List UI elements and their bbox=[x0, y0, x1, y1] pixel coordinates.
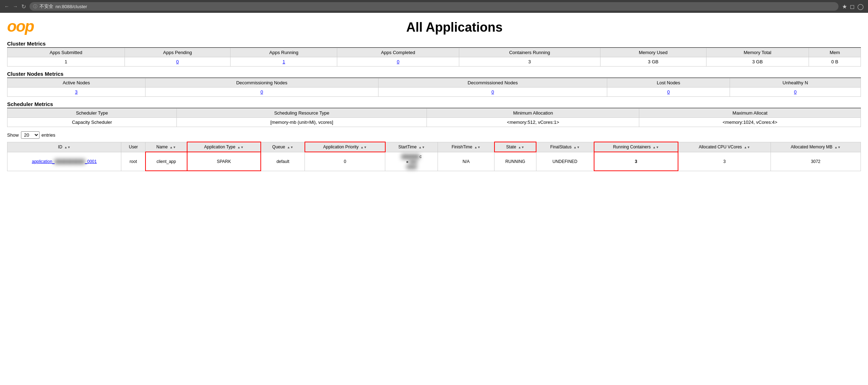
val-decommissioned-nodes: 0 bbox=[378, 88, 607, 97]
sort-priority-icon: ▲▼ bbox=[360, 146, 367, 149]
browser-bar: ← → ↻ ⓘ 不安全 nn:8088/cluster ★ ◻ ◯ bbox=[0, 0, 868, 13]
scheduler-metrics-table: Scheduler Type Scheduling Resource Type … bbox=[7, 108, 861, 127]
cell-final-status: UNDEFINED bbox=[536, 152, 594, 171]
sort-state-icon: ▲▼ bbox=[518, 146, 524, 149]
cell-name: client_app bbox=[145, 152, 187, 171]
applications-table: ID ▲▼ User Name ▲▼ Application Type ▲▼ Q… bbox=[7, 142, 861, 171]
val-apps-pending: 0 bbox=[125, 57, 231, 67]
th-allocated-cpu[interactable]: Allocated CPU VCores ▲▼ bbox=[678, 142, 771, 152]
sort-id-icon: ▲▼ bbox=[64, 146, 70, 149]
val-minimum-allocation: <memory:512, vCores:1> bbox=[427, 118, 639, 127]
cell-priority: 0 bbox=[305, 152, 385, 171]
cell-allocated-memory: 3072 bbox=[771, 152, 861, 171]
sort-cpu-icon: ▲▼ bbox=[744, 146, 750, 149]
cell-running-containers: 3 bbox=[594, 152, 678, 171]
account-icon[interactable]: ◯ bbox=[857, 3, 864, 10]
th-start-time[interactable]: StartTime ▲▼ bbox=[385, 142, 438, 152]
extensions-icon[interactable]: ◻ bbox=[850, 3, 854, 10]
col-decommissioned-nodes: Decommissioned Nodes bbox=[378, 78, 607, 88]
page-header: oop All Applications bbox=[7, 19, 861, 35]
page-content: oop All Applications Cluster Metrics App… bbox=[0, 13, 868, 177]
entries-label: entries bbox=[42, 132, 55, 138]
th-running-containers[interactable]: Running Containers ▲▼ bbox=[594, 142, 678, 152]
th-name[interactable]: Name ▲▼ bbox=[145, 142, 187, 152]
val-memory-total: 3 GB bbox=[706, 57, 809, 67]
back-button[interactable]: ← bbox=[4, 4, 9, 9]
th-application-type[interactable]: Application Type ▲▼ bbox=[187, 142, 261, 152]
val-active-nodes: 3 bbox=[7, 88, 145, 97]
security-icon: ⓘ bbox=[33, 4, 37, 10]
col-apps-running: Apps Running bbox=[231, 48, 337, 57]
th-user[interactable]: User bbox=[121, 142, 145, 152]
th-queue[interactable]: Queue ▲▼ bbox=[261, 142, 305, 152]
col-apps-completed: Apps Completed bbox=[337, 48, 459, 57]
val-mem: 0 B bbox=[809, 57, 861, 67]
th-id[interactable]: ID ▲▼ bbox=[7, 142, 121, 152]
scheduler-metrics-title: Scheduler Metrics bbox=[7, 101, 861, 108]
col-apps-submitted: Apps Submitted bbox=[7, 48, 125, 57]
val-containers-running: 3 bbox=[459, 57, 600, 67]
cluster-nodes-table: Active Nodes Decommissioning Nodes Decom… bbox=[7, 78, 861, 97]
hadoop-logo: oop bbox=[7, 19, 34, 34]
sort-queue-icon: ▲▼ bbox=[287, 146, 293, 149]
cell-allocated-cpu: 3 bbox=[678, 152, 771, 171]
cell-finish-time: N/A bbox=[438, 152, 494, 171]
val-memory-used: 3 GB bbox=[600, 57, 706, 67]
cluster-metrics-table: Apps Submitted Apps Pending Apps Running… bbox=[7, 48, 861, 67]
sort-starttime-icon: ▲▼ bbox=[419, 146, 425, 149]
url-text: nn:8088/cluster bbox=[55, 4, 87, 9]
col-mem: Mem bbox=[809, 48, 861, 57]
val-scheduler-type: Capacity Scheduler bbox=[7, 118, 177, 127]
cell-app-type: SPARK bbox=[187, 152, 261, 171]
cell-start-time: ██████c ■ ███ ████ bbox=[385, 152, 438, 171]
col-containers-running: Containers Running bbox=[459, 48, 600, 57]
sort-name-icon: ▲▼ bbox=[170, 146, 176, 149]
entries-select[interactable]: 10 20 25 50 100 bbox=[21, 131, 39, 139]
security-label: 不安全 bbox=[39, 3, 53, 10]
col-memory-total: Memory Total bbox=[706, 48, 809, 57]
col-unhealthy-nodes: Unhealthy N bbox=[730, 78, 861, 88]
col-scheduling-resource-type: Scheduling Resource Type bbox=[177, 109, 427, 118]
show-label: Show bbox=[7, 132, 19, 138]
sort-apptype-icon: ▲▼ bbox=[237, 146, 244, 149]
val-apps-completed: 0 bbox=[337, 57, 459, 67]
address-bar[interactable]: ⓘ 不安全 nn:8088/cluster bbox=[30, 2, 838, 11]
col-minimum-allocation: Minimum Allocation bbox=[427, 109, 639, 118]
sort-memory-icon: ▲▼ bbox=[834, 146, 841, 149]
bookmark-icon[interactable]: ★ bbox=[842, 3, 847, 10]
val-apps-running: 1 bbox=[231, 57, 337, 67]
cluster-nodes-title: Cluster Nodes Metrics bbox=[7, 71, 861, 78]
forward-button[interactable]: → bbox=[13, 4, 18, 9]
cell-user: root bbox=[121, 152, 145, 171]
col-lost-nodes: Lost Nodes bbox=[607, 78, 730, 88]
val-decommissioning-nodes: 0 bbox=[145, 88, 378, 97]
col-maximum-allocation: Maximum Allocat bbox=[639, 109, 861, 118]
page-title: All Applications bbox=[48, 19, 861, 35]
val-unhealthy-nodes: 0 bbox=[730, 88, 861, 97]
show-entries-control: Show 10 20 25 50 100 entries bbox=[7, 131, 861, 139]
col-decommissioning-nodes: Decommissioning Nodes bbox=[145, 78, 378, 88]
cluster-metrics-title: Cluster Metrics bbox=[7, 41, 861, 48]
th-state[interactable]: State ▲▼ bbox=[494, 142, 536, 152]
col-scheduler-type: Scheduler Type bbox=[7, 109, 177, 118]
val-maximum-allocation: <memory:1024, vCores:4> bbox=[639, 118, 861, 127]
cell-state: RUNNING bbox=[494, 152, 536, 171]
val-scheduling-resource-type: [memory-mb (unit=Mi), vcores] bbox=[177, 118, 427, 127]
col-apps-pending: Apps Pending bbox=[125, 48, 231, 57]
cell-queue: default bbox=[261, 152, 305, 171]
col-memory-used: Memory Used bbox=[600, 48, 706, 57]
cell-id[interactable]: application_██████████_0001 bbox=[7, 152, 121, 171]
col-active-nodes: Active Nodes bbox=[7, 78, 145, 88]
th-application-priority[interactable]: Application Priority ▲▼ bbox=[305, 142, 385, 152]
browser-actions: ★ ◻ ◯ bbox=[842, 3, 864, 10]
th-finish-time[interactable]: FinishTime ▲▼ bbox=[438, 142, 494, 152]
val-apps-submitted: 1 bbox=[7, 57, 125, 67]
reload-button[interactable]: ↻ bbox=[21, 3, 26, 10]
sort-finishtime-icon: ▲▼ bbox=[474, 146, 481, 149]
th-final-status[interactable]: FinalStatus ▲▼ bbox=[536, 142, 594, 152]
table-row: application_██████████_0001 root client_… bbox=[7, 152, 861, 171]
th-allocated-memory[interactable]: Allocated Memory MB ▲▼ bbox=[771, 142, 861, 152]
sort-finalstatus-icon: ▲▼ bbox=[573, 146, 580, 149]
sort-containers-icon: ▲▼ bbox=[653, 146, 659, 149]
val-lost-nodes: 0 bbox=[607, 88, 730, 97]
